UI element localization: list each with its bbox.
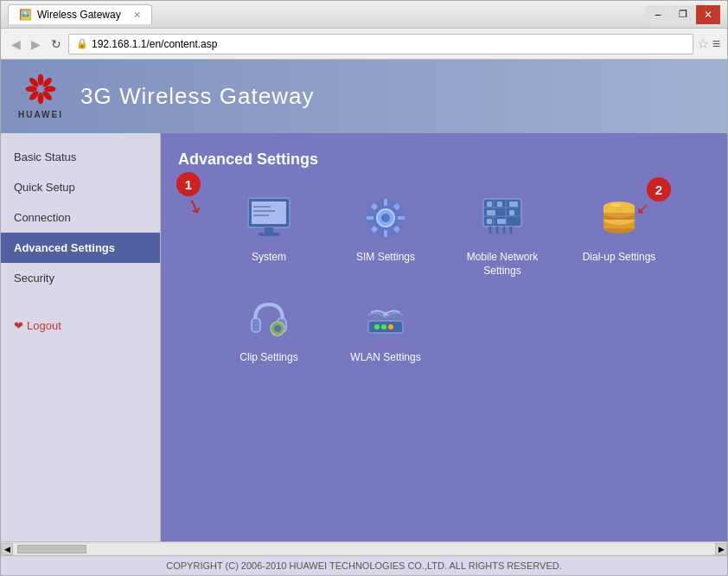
sim-settings-icon (358, 190, 413, 246)
main-panel: 1 ↘ Advanced Settings (161, 133, 727, 541)
url-input[interactable] (92, 38, 686, 50)
svg-point-61 (374, 324, 380, 330)
close-button[interactable]: ✕ (696, 5, 720, 24)
svg-rect-54 (277, 322, 279, 325)
svg-rect-36 (487, 219, 492, 224)
sidebar-item-advanced-settings[interactable]: Advanced Settings (1, 233, 160, 263)
dialup-settings-icon-item[interactable]: 2 ↙ (572, 190, 667, 278)
svg-point-63 (388, 324, 393, 330)
sidebar-item-basic-status[interactable]: Basic Status (1, 142, 160, 172)
svg-rect-34 (487, 210, 495, 215)
browser-window: 🖼️ Wireless Gateway ✕ – ❐ ✕ ◀ ▶ ↻ 🔒 ☆ ≡ (0, 0, 728, 576)
svg-rect-55 (277, 332, 279, 336)
logo-area: HUAWEI (18, 74, 63, 119)
svg-rect-56 (271, 328, 274, 330)
svg-rect-20 (367, 216, 374, 220)
svg-point-17 (381, 214, 390, 222)
footer: COPYRIGHT (C) 2006-2010 HUAWEI TECHNOLOG… (1, 555, 727, 575)
svg-point-4 (38, 93, 44, 104)
sidebar-item-quick-setup[interactable]: Quick Setup (1, 172, 160, 202)
svg-rect-32 (497, 202, 502, 207)
svg-rect-9 (252, 202, 286, 224)
clip-settings-icon-item[interactable]: Clip Settings (221, 291, 316, 365)
horizontal-scrollbar[interactable]: ◀ ▶ (1, 541, 727, 555)
sidebar-item-connection[interactable]: Connection (1, 202, 160, 233)
tab-close-icon[interactable]: ✕ (133, 10, 141, 21)
svg-point-0 (38, 74, 44, 85)
dialup-settings-label: Dial-up Settings (583, 251, 656, 265)
svg-rect-19 (384, 230, 387, 237)
clip-settings-label: Clip Settings (239, 351, 297, 365)
svg-rect-35 (509, 210, 514, 215)
svg-rect-18 (384, 199, 387, 206)
sidebar-item-security[interactable]: Security (1, 263, 160, 293)
page-title: 3G Wireless Gateway (80, 83, 314, 110)
wlan-settings-label: WLAN Settings (350, 351, 420, 365)
svg-rect-13 (265, 227, 273, 233)
svg-point-48 (603, 202, 635, 212)
svg-rect-21 (398, 216, 405, 220)
mobile-network-icon (475, 190, 530, 246)
content-wrapper: Basic Status Quick Setup Connection Adva… (1, 133, 727, 541)
back-button[interactable]: ◀ (8, 35, 24, 53)
system-label: System (252, 251, 286, 265)
clip-settings-icon (241, 291, 297, 346)
browser-tab[interactable]: 🖼️ Wireless Gateway ✕ (8, 4, 152, 24)
svg-rect-14 (259, 233, 279, 236)
wlan-settings-icon-item[interactable]: WLAN Settings (338, 291, 433, 365)
svg-point-62 (381, 324, 386, 330)
tab-title: Wireless Gateway (37, 9, 121, 21)
main-content: HUAWEI 3G Wireless Gateway Basic Status … (1, 60, 727, 575)
logout-button[interactable]: ❤ Logout (1, 310, 160, 341)
svg-point-53 (274, 325, 281, 332)
system-icon-item[interactable]: System (221, 190, 316, 278)
refresh-button[interactable]: ↻ (48, 35, 65, 53)
forward-button[interactable]: ▶ (28, 35, 44, 53)
annotation-2: 2 (647, 177, 671, 202)
restore-button[interactable]: ❐ (671, 5, 695, 24)
minimize-button[interactable]: – (646, 5, 670, 24)
page-header: HUAWEI 3G Wireless Gateway (1, 60, 727, 133)
huawei-logo-icon (19, 74, 62, 108)
svg-point-64 (384, 312, 388, 317)
wlan-settings-icon (358, 291, 413, 346)
svg-rect-50 (252, 318, 260, 332)
bookmark-button[interactable]: ☆ (697, 35, 709, 52)
svg-rect-31 (487, 202, 492, 207)
annotation-1: 1 (176, 172, 201, 196)
scroll-right-button[interactable]: ▶ (715, 543, 727, 555)
scroll-thumb[interactable] (17, 545, 86, 554)
sim-settings-icon-item[interactable]: SIM Settings (338, 190, 433, 278)
icons-grid: System (178, 190, 710, 365)
svg-rect-57 (281, 328, 284, 330)
panel-title: Advanced Settings (178, 150, 710, 169)
mobile-network-icon-item[interactable]: Mobile NetworkSettings (455, 190, 550, 278)
logout-label: Logout (27, 319, 61, 332)
svg-point-2 (44, 86, 55, 93)
mobile-network-label: Mobile NetworkSettings (467, 251, 539, 278)
svg-rect-33 (509, 202, 518, 207)
svg-rect-37 (497, 219, 506, 224)
scroll-left-button[interactable]: ◀ (1, 543, 13, 555)
sidebar: Basic Status Quick Setup Connection Adva… (1, 133, 161, 541)
footer-text: COPYRIGHT (C) 2006-2010 HUAWEI TECHNOLOG… (166, 560, 561, 571)
scroll-track[interactable] (13, 544, 715, 554)
svg-point-6 (26, 86, 37, 93)
brand-text: HUAWEI (18, 110, 63, 119)
system-icon (241, 190, 297, 246)
sim-settings-label: SIM Settings (356, 251, 415, 265)
menu-button[interactable]: ≡ (712, 36, 720, 52)
svg-point-49 (610, 203, 621, 207)
